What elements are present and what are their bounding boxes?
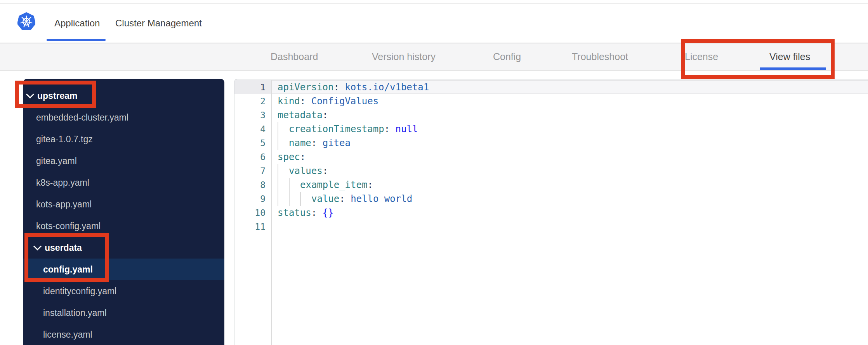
tree-item-label: k8s-app.yaml [36, 178, 89, 188]
tree-item-label: kots-app.yaml [36, 199, 92, 210]
code-rows: 1apiVersion: kots.io/v1beta12kind: Confi… [234, 80, 868, 345]
tree-item-label: license.yaml [43, 329, 92, 340]
tree-item-gitea-yaml[interactable]: gitea.yaml [23, 150, 224, 172]
code-filler [234, 234, 868, 345]
code-token: spec [278, 150, 300, 164]
tree-item-kots-config-yaml[interactable]: kots-config.yaml [23, 215, 224, 237]
line-number: 10 [234, 206, 272, 220]
tree-item-label: embedded-cluster.yaml [36, 112, 128, 123]
code-token: : [311, 206, 323, 220]
code-token: value [311, 192, 339, 206]
code-line-1: 1apiVersion: kots.io/v1beta1 [234, 80, 868, 94]
nav-tab-dashboard[interactable]: Dashboard [271, 43, 318, 70]
code-token: : [300, 150, 306, 164]
tree-item-label: gitea.yaml [36, 156, 77, 166]
nav-tab-config[interactable]: Config [493, 43, 521, 70]
code-line-5: 5name: gitea [234, 136, 868, 150]
line-number: 5 [234, 136, 272, 150]
code-line-3: 3metadata: [234, 108, 868, 122]
code-line-content: spec: [272, 150, 868, 164]
indent-guide [278, 178, 300, 192]
line-number: 2 [234, 94, 272, 108]
tree-item-kots-app-yaml[interactable]: kots-app.yaml [23, 193, 224, 215]
line-number: 1 [234, 80, 272, 94]
code-line-content: name: gitea [272, 136, 868, 150]
tree-item-upstream[interactable]: upstream [23, 85, 224, 107]
code-line-8: 8example_item: [234, 178, 868, 192]
code-line-10: 10status: {} [234, 206, 868, 220]
code-line-content: values: [272, 164, 868, 178]
code-token: {} [323, 206, 334, 220]
tree-item-userdata[interactable]: userdata [23, 237, 224, 259]
code-line-content [272, 220, 868, 234]
tree-item-gitea-1-0-7-tgz[interactable]: gitea-1.0.7.tgz [23, 128, 224, 150]
indent-guide [278, 136, 289, 150]
chevron-down-icon[interactable] [33, 242, 42, 250]
indent-guide [278, 192, 311, 206]
code-token: kind [278, 94, 300, 108]
line-number: 3 [234, 108, 272, 122]
file-tree-sidebar: upstreamembedded-cluster.yamlgitea-1.0.7… [23, 79, 224, 345]
line-number: 7 [234, 164, 272, 178]
tree-item-label: kots-config.yaml [36, 221, 101, 231]
code-token: ConfigValues [311, 94, 378, 108]
header-tab-cluster-management[interactable]: Cluster Management [115, 3, 202, 43]
header-tab-bar: ApplicationCluster Management [0, 3, 868, 43]
tree-item-license-yaml[interactable]: license.yaml [23, 324, 224, 345]
tree-item-config-yaml[interactable]: config.yaml [23, 259, 224, 280]
indent-guide [278, 164, 289, 178]
line-number: 8 [234, 178, 272, 192]
code-line-4: 4creationTimestamp: null [234, 122, 868, 136]
code-line-content: metadata: [272, 108, 868, 122]
tree-item-label: installation.yaml [43, 308, 107, 318]
line-number: 4 [234, 122, 272, 136]
yaml-code-editor[interactable]: 1apiVersion: kots.io/v1beta12kind: Confi… [234, 79, 868, 345]
code-token: : [334, 80, 345, 94]
code-token: metadata [278, 108, 323, 122]
tree-item-k8s-app-yaml[interactable]: k8s-app.yaml [23, 172, 224, 193]
tree-item-embedded-cluster-yaml[interactable]: embedded-cluster.yaml [23, 107, 224, 128]
code-token: status [278, 206, 311, 220]
code-token: : [367, 178, 373, 192]
line-number: 6 [234, 150, 272, 164]
code-line-content: example_item: [272, 178, 868, 192]
code-line-content: status: {} [272, 206, 868, 220]
code-token: kots.io/v1beta1 [345, 80, 429, 94]
nav-tab-label: View files [769, 51, 810, 62]
tree-item-label: userdata [45, 243, 82, 253]
app-nav-bar: DashboardVersion historyConfigTroublesho… [0, 43, 868, 71]
tree-item-identityconfig-yaml[interactable]: identityconfig.yaml [23, 280, 224, 302]
line-number: 9 [234, 192, 272, 206]
code-token: hello world [351, 192, 412, 206]
code-line-content: apiVersion: kots.io/v1beta1 [272, 80, 868, 94]
code-token: : [339, 192, 351, 206]
nav-tab-label: Troubleshoot [572, 51, 628, 62]
code-token: null [396, 122, 418, 136]
tree-item-label: identityconfig.yaml [43, 286, 116, 297]
code-line-2: 2kind: ConfigValues [234, 94, 868, 108]
nav-tab-version-history[interactable]: Version history [372, 43, 436, 70]
nav-tab-troubleshoot[interactable]: Troubleshoot [572, 43, 628, 70]
application-tab-active-underline [47, 39, 106, 41]
code-line-content: value: hello world [272, 192, 868, 206]
app-header: ApplicationCluster Management [0, 3, 868, 43]
code-token: apiVersion [278, 80, 334, 94]
gutter-filler [234, 234, 272, 345]
nav-tab-label: Version history [372, 51, 436, 62]
code-token: : [384, 122, 396, 136]
header-tab-application[interactable]: Application [54, 3, 100, 43]
code-token: name [289, 136, 311, 150]
header-tab-label: Cluster Management [115, 18, 202, 29]
line-number: 11 [234, 220, 272, 234]
code-line-content: creationTimestamp: null [272, 122, 868, 136]
nav-tab-view-files[interactable]: View files [769, 43, 810, 70]
code-token: example_item [300, 178, 367, 192]
code-token: values [289, 164, 323, 178]
code-token: creationTimestamp [289, 122, 384, 136]
nav-tab-license[interactable]: License [685, 43, 718, 70]
code-line-11: 11 [234, 220, 868, 234]
tree-item-label: config.yaml [43, 264, 93, 275]
tree-item-installation-yaml[interactable]: installation.yaml [23, 302, 224, 324]
chevron-down-icon[interactable] [26, 90, 34, 98]
code-filler-body [272, 234, 868, 345]
